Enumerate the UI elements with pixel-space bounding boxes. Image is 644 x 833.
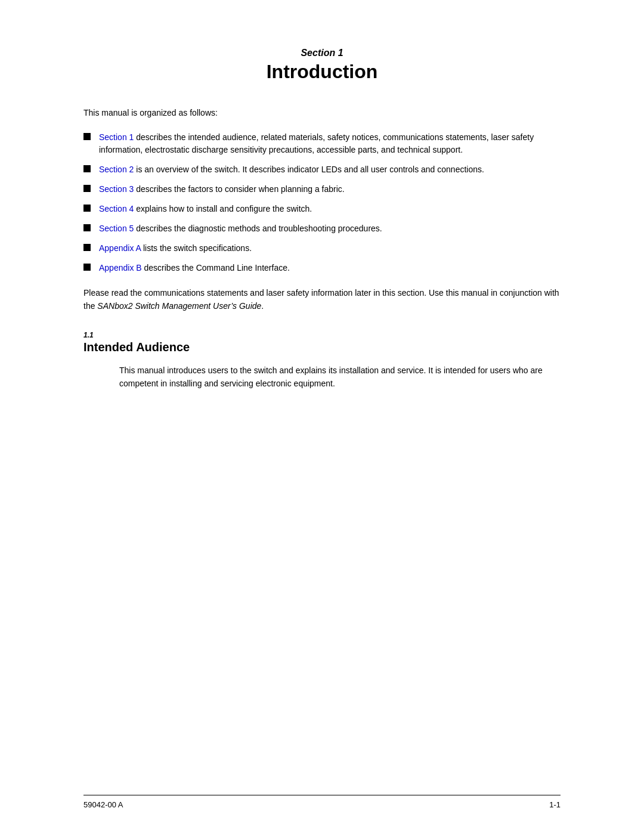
bullet-content: Appendix A lists the switch specificatio…	[99, 242, 561, 255]
bullet-desc-5: lists the switch specifications.	[141, 243, 252, 253]
bullet-list: Section 1 describes the intended audienc…	[83, 131, 561, 274]
section-number-text: 1	[338, 48, 343, 58]
section-header: Section 1 Introduction	[83, 48, 561, 83]
footer-left: 59042-00 A	[83, 800, 123, 809]
bullet-content: Appendix B describes the Command Line In…	[99, 262, 561, 274]
page-title: Introduction	[83, 61, 561, 83]
bullet-content: Section 1 describes the intended audienc…	[99, 131, 561, 156]
bullet-content: Section 5 describes the diagnostic metho…	[99, 222, 561, 235]
list-item: Appendix B describes the Command Line In…	[83, 262, 561, 274]
section5-link[interactable]: Section 5	[99, 224, 134, 233]
subsection-title: Intended Audience	[83, 340, 561, 354]
section1-link[interactable]: Section 1	[99, 132, 134, 142]
list-item: Section 3 describes the factors to consi…	[83, 183, 561, 196]
bullet-icon	[83, 165, 91, 172]
bullet-icon	[83, 244, 91, 251]
subsection-number: 1.1	[83, 331, 561, 339]
section-label: Section 1	[83, 48, 561, 58]
section2-link[interactable]: Section 2	[99, 165, 134, 174]
subsection-1-1: 1.1 Intended Audience This manual introd…	[83, 331, 561, 391]
section4-link[interactable]: Section 4	[99, 204, 134, 213]
bullet-content: Section 2 is an overview of the switch. …	[99, 163, 561, 176]
subsection-content: This manual introduces users to the swit…	[83, 364, 561, 391]
bullet-desc-3: explains how to install and configure th…	[134, 204, 312, 213]
bullet-desc-2: describes the factors to consider when p…	[134, 184, 344, 194]
section3-link[interactable]: Section 3	[99, 184, 134, 194]
list-item: Appendix A lists the switch specificatio…	[83, 242, 561, 255]
followup-paragraph: Please read the communications statement…	[83, 286, 561, 313]
bullet-desc-0: describes the intended audience, related…	[99, 132, 534, 154]
intro-text: This manual is organized as follows:	[83, 107, 561, 119]
bullet-content: Section 4 explains how to install and co…	[99, 203, 561, 215]
appendixa-link[interactable]: Appendix A	[99, 243, 141, 253]
list-item: Section 2 is an overview of the switch. …	[83, 163, 561, 176]
bullet-content: Section 3 describes the factors to consi…	[99, 183, 561, 196]
subsection-body: This manual introduces users to the swit…	[119, 364, 561, 391]
bullet-desc-1: is an overview of the switch. It describ…	[134, 165, 484, 174]
bullet-icon	[83, 133, 91, 140]
bullet-desc-6: describes the Command Line Interface.	[142, 263, 290, 272]
bullet-icon	[83, 224, 91, 231]
followup-text-after: .	[261, 301, 264, 311]
bullet-desc-4: describes the diagnostic methods and tro…	[134, 224, 382, 233]
bullet-icon	[83, 264, 91, 271]
list-item: Section 4 explains how to install and co…	[83, 203, 561, 215]
footer: 59042-00 A 1-1	[83, 795, 561, 809]
list-item: Section 5 describes the diagnostic metho…	[83, 222, 561, 235]
footer-right: 1-1	[549, 800, 561, 809]
list-item: Section 1 describes the intended audienc…	[83, 131, 561, 156]
bullet-icon	[83, 185, 91, 192]
appendixb-link[interactable]: Appendix B	[99, 263, 142, 272]
followup-italic: SANbox2 Switch Management User’s Guide	[97, 301, 261, 311]
section-label-text: Section	[301, 48, 335, 58]
page: Section 1 Introduction This manual is or…	[0, 0, 644, 833]
bullet-icon	[83, 205, 91, 212]
